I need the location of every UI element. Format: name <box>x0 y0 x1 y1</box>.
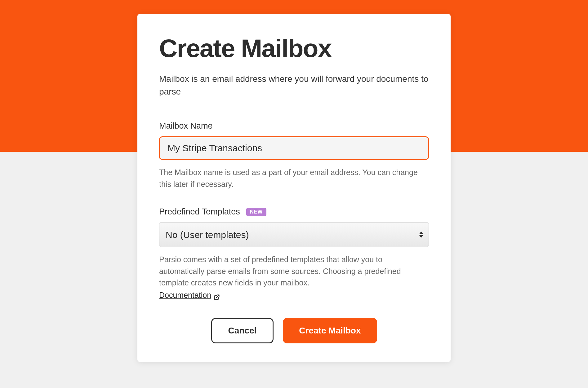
templates-help-text: Parsio comes with a set of predefined te… <box>159 255 401 287</box>
mailbox-name-input[interactable] <box>159 136 429 160</box>
templates-help: Parsio comes with a set of predefined te… <box>159 254 429 301</box>
create-mailbox-button[interactable]: Create Mailbox <box>283 318 377 343</box>
templates-label-row: Predefined Templates NEW <box>159 207 429 217</box>
mailbox-name-label: Mailbox Name <box>159 121 429 131</box>
templates-select[interactable]: No (User templates) <box>159 222 429 247</box>
mailbox-name-help: The Mailbox name is used as a part of yo… <box>159 167 429 190</box>
external-link-icon <box>214 292 220 298</box>
button-row: Cancel Create Mailbox <box>159 318 429 343</box>
templates-label-text: Predefined Templates <box>159 207 240 217</box>
cancel-button[interactable]: Cancel <box>211 318 274 343</box>
documentation-link[interactable]: Documentation <box>159 289 220 301</box>
documentation-link-text: Documentation <box>159 289 211 301</box>
new-badge: NEW <box>246 208 266 216</box>
modal-title: Create Mailbox <box>159 36 429 61</box>
mailbox-name-label-text: Mailbox Name <box>159 121 213 131</box>
modal-subtitle: Mailbox is an email address where you wi… <box>159 73 429 98</box>
create-mailbox-modal: Create Mailbox Mailbox is an email addre… <box>137 14 451 362</box>
templates-select-wrapper: No (User templates) <box>159 222 429 247</box>
svg-line-0 <box>216 295 219 298</box>
